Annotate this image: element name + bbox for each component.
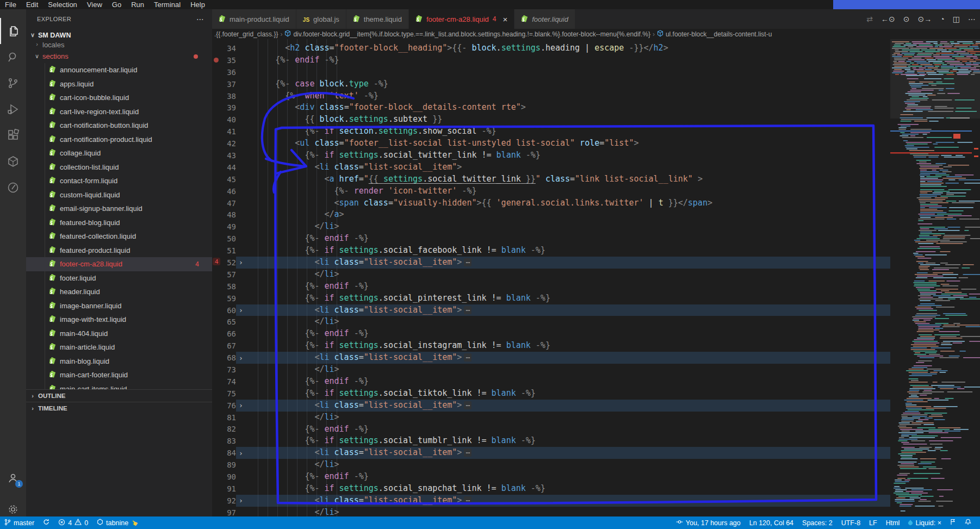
fold-chevron-icon[interactable]: ›: [236, 306, 246, 314]
file-row-contact-form.liquid[interactable]: contact-form.liquid: [26, 174, 212, 188]
status-label: 0: [84, 519, 88, 527]
status-git-blame[interactable]: You, 17 hours ago: [672, 516, 745, 529]
tab-global.js[interactable]: JSglobal.js: [296, 9, 346, 29]
split-editor-icon[interactable]: ◫: [953, 15, 960, 23]
status-tabnine[interactable]: tabnine☚: [92, 516, 142, 529]
file-row-collage.liquid[interactable]: collage.liquid: [26, 146, 212, 160]
status-eol[interactable]: LF: [865, 516, 882, 529]
status-git-branch[interactable]: master: [0, 516, 39, 529]
breakpoint-icon[interactable]: [212, 58, 220, 63]
line-number: 73: [220, 365, 236, 374]
menu-terminal[interactable]: Terminal: [149, 1, 185, 9]
file-row-image-banner.liquid[interactable]: image-banner.liquid: [26, 299, 212, 313]
minimap[interactable]: [890, 39, 980, 516]
file-row-cart-notification-button.liquid[interactable]: cart-notification-button.liquid: [26, 119, 212, 133]
nav-back-icon[interactable]: ←⊙: [881, 15, 895, 23]
sidebar-item-locales[interactable]: › locales: [26, 41, 212, 49]
search-icon[interactable]: [0, 44, 26, 70]
line-number: 52: [220, 258, 236, 267]
extensions-icon[interactable]: [0, 122, 26, 148]
menu-go[interactable]: Go: [107, 1, 126, 9]
status-liquid-check[interactable]: Liquid: ×: [904, 516, 946, 529]
file-row-cart-notification-product.liquid[interactable]: cart-notification-product.liquid: [26, 133, 212, 147]
fold-chevron-icon[interactable]: ›: [236, 401, 246, 409]
code-text: </li>: [246, 364, 339, 376]
file-row-header.liquid[interactable]: header.liquid: [26, 285, 212, 299]
file-row-footer.liquid[interactable]: footer.liquid: [26, 271, 212, 285]
tab-theme.liquid[interactable]: theme.liquid: [346, 9, 409, 29]
code-line-92: 92› <li class="list-social__item">⋯: [212, 495, 890, 507]
menu-view[interactable]: View: [82, 1, 107, 9]
status-language-mode[interactable]: Html: [882, 516, 904, 529]
code-text: {{ block.settings.subtext }}: [246, 114, 442, 126]
status-problems[interactable]: 40: [54, 516, 92, 529]
workspace-root[interactable]: ∨ SM DAWN: [26, 29, 212, 41]
fold-chevron-icon[interactable]: ›: [236, 449, 246, 457]
status-encoding[interactable]: UTF-8: [837, 516, 865, 529]
fold-chevron-icon[interactable]: ›: [236, 496, 246, 505]
code-text: </li>: [246, 269, 339, 281]
file-label: main-404.liquid: [60, 329, 108, 338]
more-actions-icon[interactable]: ⋯: [968, 15, 976, 23]
code-editor[interactable]: 34 <h2 class="footer-block__heading">{{-…: [212, 39, 980, 516]
file-row-image-with-text.liquid[interactable]: image-with-text.liquid: [26, 313, 212, 327]
menu-file[interactable]: File: [0, 1, 21, 9]
file-row-footer-cm-a28.liquid[interactable]: footer-cm-a28.liquid4: [26, 257, 212, 271]
status-cursor-position[interactable]: Ln 120, Col 64: [745, 516, 798, 529]
status-notifications[interactable]: [960, 516, 976, 529]
status-sync[interactable]: [39, 516, 54, 529]
file-row-collection-list.liquid[interactable]: collection-list.liquid: [26, 160, 212, 175]
menu-selection[interactable]: Selection: [43, 1, 82, 9]
explorer-icon[interactable]: [0, 18, 27, 44]
file-row-main-article.liquid[interactable]: main-article.liquid: [26, 340, 212, 354]
line-content: {{ block.settings.subtext }}: [236, 114, 890, 126]
file-row-announcement-bar.liquid[interactable]: announcement-bar.liquid: [26, 63, 212, 77]
file-row-featured-collection.liquid[interactable]: featured-collection.liquid: [26, 229, 212, 244]
nav-forward-icon[interactable]: ⊙→: [918, 15, 932, 23]
package-icon[interactable]: [0, 148, 26, 175]
file-label: custom-liquid.liquid: [60, 191, 120, 199]
history-icon[interactable]: ◔: [940, 15, 944, 23]
code-line-84: 84› <li class="list-social__item">⋯: [212, 447, 890, 459]
breadcrumb-item[interactable]: .{{.footer_grid_class.}}: [214, 30, 278, 38]
file-row-cart-icon-bubble.liquid[interactable]: cart-icon-bubble.liquid: [26, 91, 212, 105]
panel-header-timeline[interactable]: ›TIMELINE: [26, 402, 212, 414]
fold-chevron-icon[interactable]: ›: [236, 258, 246, 266]
file-row-featured-blog.liquid[interactable]: featured-blog.liquid: [26, 216, 212, 230]
fold-chevron-icon[interactable]: ›: [236, 354, 246, 362]
status-feedback[interactable]: [946, 516, 960, 529]
file-row-cart-live-region-text.liquid[interactable]: cart-live-region-text.liquid: [26, 105, 212, 119]
file-row-apps.liquid[interactable]: apps.liquid: [26, 77, 212, 91]
file-row-featured-product.liquid[interactable]: featured-product.liquid: [26, 244, 212, 258]
sidebar-folder-sections[interactable]: ∨ sections: [26, 49, 212, 63]
theme-check-icon[interactable]: [0, 175, 26, 201]
menu-help[interactable]: Help: [185, 1, 210, 9]
file-label: cart-icon-bubble.liquid: [60, 94, 129, 102]
accounts-icon[interactable]: 1: [0, 465, 26, 491]
nav-dot-icon[interactable]: ⊙: [903, 15, 910, 23]
file-row-custom-liquid.liquid[interactable]: custom-liquid.liquid: [26, 188, 212, 202]
file-row-main-cart-footer.liquid[interactable]: main-cart-footer.liquid: [26, 368, 212, 382]
explorer-more-icon[interactable]: ⋯: [196, 15, 204, 23]
line-number: 84: [220, 449, 236, 457]
breadcrumb-item[interactable]: div.footer-block.grid__item{%.if.block.t…: [284, 30, 650, 39]
file-label: main-cart-footer.liquid: [60, 371, 128, 379]
tab-close-icon[interactable]: ×: [503, 15, 507, 23]
tab-footer-cm-a28.liquid[interactable]: footer-cm-a28.liquid4×: [409, 9, 514, 29]
run-debug-icon[interactable]: [0, 96, 26, 122]
menu-edit[interactable]: Edit: [21, 1, 43, 9]
compare-icon[interactable]: ⇄: [866, 15, 873, 23]
file-row-email-signup-banner.liquid[interactable]: email-signup-banner.liquid: [26, 202, 212, 216]
menu-run[interactable]: Run: [126, 1, 149, 9]
file-row-main-cart-items.liquid[interactable]: main-cart-items.liquid: [26, 382, 212, 390]
status-indentation[interactable]: Spaces: 2: [798, 516, 837, 529]
code-text: <li class="list-social__item">: [246, 161, 462, 173]
source-control-icon[interactable]: [0, 70, 26, 96]
panel-header-outline[interactable]: ›OUTLINE: [26, 389, 212, 402]
file-row-main-404.liquid[interactable]: main-404.liquid: [26, 327, 212, 341]
tab-footer.liquid[interactable]: footer.liquid: [514, 9, 575, 29]
tab-label: theme.liquid: [364, 15, 402, 23]
tab-main-product.liquid[interactable]: main-product.liquid: [212, 9, 296, 29]
file-row-main-blog.liquid[interactable]: main-blog.liquid: [26, 354, 212, 369]
breadcrumb-item[interactable]: ul.footer-block__details-content.list-u: [657, 30, 772, 39]
